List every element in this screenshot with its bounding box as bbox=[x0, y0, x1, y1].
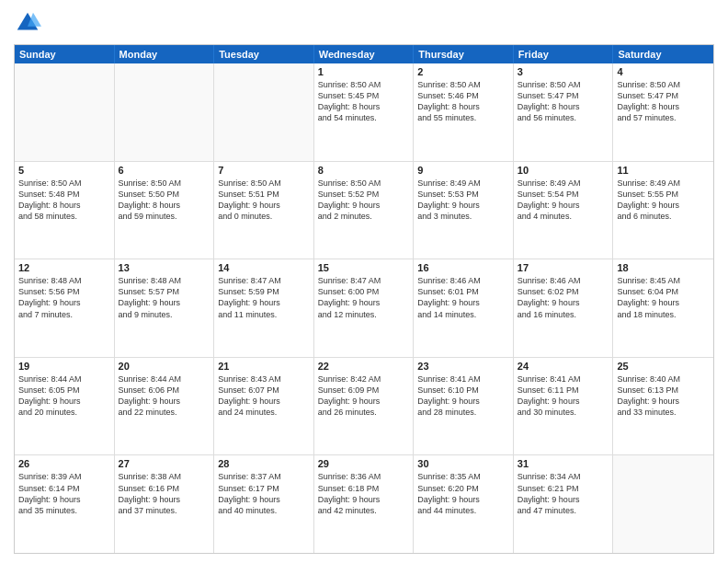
calendar-row-0: 1Sunrise: 8:50 AM Sunset: 5:45 PM Daylig… bbox=[15, 63, 713, 161]
calendar-row-3: 19Sunrise: 8:44 AM Sunset: 6:05 PM Dayli… bbox=[15, 357, 713, 455]
day-number: 21 bbox=[218, 361, 310, 372]
cell-info: Sunrise: 8:50 AM Sunset: 5:48 PM Dayligh… bbox=[18, 178, 110, 223]
cal-cell: 6Sunrise: 8:50 AM Sunset: 5:50 PM Daylig… bbox=[115, 162, 215, 259]
day-number: 11 bbox=[617, 165, 710, 176]
cell-info: Sunrise: 8:50 AM Sunset: 5:45 PM Dayligh… bbox=[318, 79, 410, 124]
day-number: 22 bbox=[318, 361, 410, 372]
cal-cell: 8Sunrise: 8:50 AM Sunset: 5:52 PM Daylig… bbox=[314, 162, 415, 259]
cell-info: Sunrise: 8:44 AM Sunset: 6:05 PM Dayligh… bbox=[18, 373, 110, 419]
cal-cell bbox=[15, 63, 115, 161]
cell-info: Sunrise: 8:50 AM Sunset: 5:51 PM Dayligh… bbox=[218, 178, 310, 223]
cal-cell: 15Sunrise: 8:47 AM Sunset: 6:00 PM Dayli… bbox=[314, 259, 415, 357]
cell-info: Sunrise: 8:41 AM Sunset: 6:10 PM Dayligh… bbox=[417, 373, 509, 419]
cell-info: Sunrise: 8:46 AM Sunset: 6:02 PM Dayligh… bbox=[518, 275, 609, 320]
header-day-tuesday: Tuesday bbox=[214, 45, 314, 63]
cal-cell: 14Sunrise: 8:47 AM Sunset: 5:59 PM Dayli… bbox=[214, 259, 314, 357]
cal-cell bbox=[214, 63, 314, 161]
cal-cell: 10Sunrise: 8:49 AM Sunset: 5:54 PM Dayli… bbox=[514, 162, 614, 259]
cal-cell: 2Sunrise: 8:50 AM Sunset: 5:46 PM Daylig… bbox=[414, 63, 514, 161]
day-number: 27 bbox=[119, 458, 210, 469]
day-number: 9 bbox=[417, 165, 509, 176]
cell-info: Sunrise: 8:34 AM Sunset: 6:21 PM Dayligh… bbox=[518, 471, 609, 516]
cal-cell: 20Sunrise: 8:44 AM Sunset: 6:06 PM Dayli… bbox=[115, 358, 215, 455]
cal-cell: 19Sunrise: 8:44 AM Sunset: 6:05 PM Dayli… bbox=[15, 358, 115, 455]
cell-info: Sunrise: 8:48 AM Sunset: 5:57 PM Dayligh… bbox=[119, 275, 210, 320]
cell-info: Sunrise: 8:38 AM Sunset: 6:16 PM Dayligh… bbox=[119, 471, 210, 516]
calendar: SundayMondayTuesdayWednesdayThursdayFrid… bbox=[14, 44, 714, 554]
day-number: 31 bbox=[518, 458, 609, 469]
cell-info: Sunrise: 8:43 AM Sunset: 6:07 PM Dayligh… bbox=[218, 373, 310, 419]
logo bbox=[14, 9, 45, 37]
day-number: 25 bbox=[617, 361, 710, 372]
logo-icon bbox=[14, 9, 41, 37]
cal-cell bbox=[115, 63, 215, 161]
cal-cell: 13Sunrise: 8:48 AM Sunset: 5:57 PM Dayli… bbox=[115, 259, 215, 357]
day-number: 15 bbox=[318, 262, 410, 273]
header-day-friday: Friday bbox=[514, 45, 614, 63]
cell-info: Sunrise: 8:45 AM Sunset: 6:04 PM Dayligh… bbox=[617, 275, 710, 320]
day-number: 1 bbox=[318, 66, 410, 77]
day-number: 26 bbox=[18, 458, 110, 469]
cal-cell: 16Sunrise: 8:46 AM Sunset: 6:01 PM Dayli… bbox=[414, 259, 514, 357]
cell-info: Sunrise: 8:40 AM Sunset: 6:13 PM Dayligh… bbox=[617, 373, 710, 419]
cell-info: Sunrise: 8:48 AM Sunset: 5:56 PM Dayligh… bbox=[18, 275, 110, 320]
day-number: 10 bbox=[518, 165, 609, 176]
day-number: 19 bbox=[18, 361, 110, 372]
header bbox=[14, 9, 714, 37]
cal-cell: 29Sunrise: 8:36 AM Sunset: 6:18 PM Dayli… bbox=[314, 455, 415, 553]
day-number: 28 bbox=[218, 458, 310, 469]
day-number: 2 bbox=[417, 66, 509, 77]
day-number: 6 bbox=[119, 165, 210, 176]
cal-cell: 3Sunrise: 8:50 AM Sunset: 5:47 PM Daylig… bbox=[514, 63, 614, 161]
cell-info: Sunrise: 8:50 AM Sunset: 5:46 PM Dayligh… bbox=[417, 79, 509, 124]
cal-cell: 31Sunrise: 8:34 AM Sunset: 6:21 PM Dayli… bbox=[514, 455, 614, 553]
day-number: 7 bbox=[218, 165, 310, 176]
cell-info: Sunrise: 8:35 AM Sunset: 6:20 PM Dayligh… bbox=[417, 471, 509, 516]
header-day-wednesday: Wednesday bbox=[314, 45, 415, 63]
day-number: 14 bbox=[218, 262, 310, 273]
cal-cell: 4Sunrise: 8:50 AM Sunset: 5:47 PM Daylig… bbox=[613, 63, 713, 161]
cal-cell: 5Sunrise: 8:50 AM Sunset: 5:48 PM Daylig… bbox=[15, 162, 115, 259]
cal-cell: 22Sunrise: 8:42 AM Sunset: 6:09 PM Dayli… bbox=[314, 358, 415, 455]
cell-info: Sunrise: 8:46 AM Sunset: 6:01 PM Dayligh… bbox=[417, 275, 509, 320]
header-day-saturday: Saturday bbox=[613, 45, 713, 63]
cell-info: Sunrise: 8:50 AM Sunset: 5:50 PM Dayligh… bbox=[119, 178, 210, 223]
cell-info: Sunrise: 8:50 AM Sunset: 5:47 PM Dayligh… bbox=[518, 79, 609, 124]
header-day-thursday: Thursday bbox=[414, 45, 514, 63]
header-day-sunday: Sunday bbox=[15, 45, 115, 63]
cal-cell: 12Sunrise: 8:48 AM Sunset: 5:56 PM Dayli… bbox=[15, 259, 115, 357]
cell-info: Sunrise: 8:47 AM Sunset: 6:00 PM Dayligh… bbox=[318, 275, 410, 320]
cal-cell: 17Sunrise: 8:46 AM Sunset: 6:02 PM Dayli… bbox=[514, 259, 614, 357]
calendar-body: 1Sunrise: 8:50 AM Sunset: 5:45 PM Daylig… bbox=[15, 63, 713, 553]
day-number: 24 bbox=[518, 361, 609, 372]
cal-cell: 26Sunrise: 8:39 AM Sunset: 6:14 PM Dayli… bbox=[15, 455, 115, 553]
cell-info: Sunrise: 8:49 AM Sunset: 5:54 PM Dayligh… bbox=[518, 178, 609, 223]
cal-cell: 1Sunrise: 8:50 AM Sunset: 5:45 PM Daylig… bbox=[314, 63, 415, 161]
cal-cell: 27Sunrise: 8:38 AM Sunset: 6:16 PM Dayli… bbox=[115, 455, 215, 553]
day-number: 16 bbox=[417, 262, 509, 273]
cal-cell: 28Sunrise: 8:37 AM Sunset: 6:17 PM Dayli… bbox=[214, 455, 314, 553]
cell-info: Sunrise: 8:39 AM Sunset: 6:14 PM Dayligh… bbox=[18, 471, 110, 516]
cell-info: Sunrise: 8:49 AM Sunset: 5:53 PM Dayligh… bbox=[417, 178, 509, 223]
day-number: 23 bbox=[417, 361, 509, 372]
calendar-row-2: 12Sunrise: 8:48 AM Sunset: 5:56 PM Dayli… bbox=[15, 259, 713, 357]
day-number: 4 bbox=[617, 66, 710, 77]
cell-info: Sunrise: 8:41 AM Sunset: 6:11 PM Dayligh… bbox=[518, 373, 609, 419]
day-number: 3 bbox=[518, 66, 609, 77]
cal-cell: 24Sunrise: 8:41 AM Sunset: 6:11 PM Dayli… bbox=[514, 358, 614, 455]
cell-info: Sunrise: 8:49 AM Sunset: 5:55 PM Dayligh… bbox=[617, 178, 710, 223]
header-day-monday: Monday bbox=[115, 45, 215, 63]
cal-cell: 7Sunrise: 8:50 AM Sunset: 5:51 PM Daylig… bbox=[214, 162, 314, 259]
day-number: 5 bbox=[18, 165, 110, 176]
cal-cell: 11Sunrise: 8:49 AM Sunset: 5:55 PM Dayli… bbox=[613, 162, 713, 259]
cal-cell: 9Sunrise: 8:49 AM Sunset: 5:53 PM Daylig… bbox=[414, 162, 514, 259]
day-number: 12 bbox=[18, 262, 110, 273]
cell-info: Sunrise: 8:50 AM Sunset: 5:52 PM Dayligh… bbox=[318, 178, 410, 223]
day-number: 13 bbox=[119, 262, 210, 273]
calendar-row-4: 26Sunrise: 8:39 AM Sunset: 6:14 PM Dayli… bbox=[15, 454, 713, 553]
calendar-row-1: 5Sunrise: 8:50 AM Sunset: 5:48 PM Daylig… bbox=[15, 161, 713, 259]
cell-info: Sunrise: 8:44 AM Sunset: 6:06 PM Dayligh… bbox=[119, 373, 210, 419]
day-number: 8 bbox=[318, 165, 410, 176]
cell-info: Sunrise: 8:50 AM Sunset: 5:47 PM Dayligh… bbox=[617, 79, 710, 124]
cell-info: Sunrise: 8:36 AM Sunset: 6:18 PM Dayligh… bbox=[318, 471, 410, 516]
